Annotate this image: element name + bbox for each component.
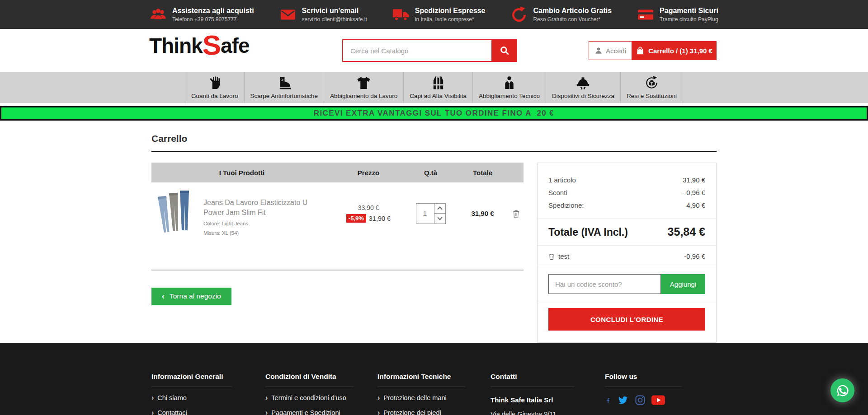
topbar-item-shipping[interactable]: Spedizioni Espresse in Italia, Isole com…: [392, 6, 486, 23]
page: Assistenza agli acquisti Telefono +39 07…: [0, 0, 868, 415]
cart-table-header: I Tuoi Prodotti Prezzo Q.tà Totale: [151, 163, 524, 182]
quantity-decrease-button[interactable]: [434, 213, 445, 224]
topbar-item-text: Cambio Articolo Gratis Reso Gratuito con…: [533, 6, 612, 22]
user-icon: [594, 47, 603, 55]
promo-banner[interactable]: RICEVI EXTRA VANTAGGI SUL TUO ORDINE FIN…: [0, 106, 868, 121]
summary-divider: [538, 218, 716, 219]
product-image[interactable]: [155, 190, 191, 235]
footer-column-social: Follow us: [605, 373, 682, 406]
chevron-right-icon: ›: [151, 409, 154, 415]
site-logo[interactable]: ThinkSafe: [149, 33, 250, 58]
nav-item-resi[interactable]: Resi e Sostituzioni: [621, 72, 683, 103]
nav-item-scarpe[interactable]: Scarpe Antinfortunistiche: [245, 72, 324, 103]
footer-link-protezione-mani[interactable]: ›Protezione delle mani: [377, 394, 465, 402]
cart-label: Carrello / (1) 31,90 €: [648, 47, 712, 55]
nav-item-guanti[interactable]: Guanti da Lavoro: [185, 72, 245, 103]
topbar-item-title: Cambio Articolo Gratis: [533, 6, 612, 15]
summary-row-discounts: Sconti - 0,96 €: [548, 187, 705, 199]
topbar-item-text: Scrivici un'email servizio.clienti@think…: [302, 6, 367, 22]
coupon-input[interactable]: [548, 274, 661, 294]
footer-column-general: Informazioni Generali ›Chi siamo ›Contat…: [151, 373, 232, 415]
quantity-input[interactable]: [416, 204, 434, 224]
discount-badge: -5,9%: [346, 214, 366, 223]
return-arrow-icon: [510, 6, 528, 23]
topbar-item-assistance[interactable]: Assistenza agli acquisti Telefono +39 07…: [150, 6, 254, 23]
footer-link-pagamenti[interactable]: ›Pagamenti e Spedizioni: [265, 409, 354, 415]
safety-boot-icon: [277, 75, 292, 90]
remove-voucher-button[interactable]: [548, 253, 558, 260]
summary-row-shipping: Spedizione: 4,90 €: [548, 199, 705, 212]
topbar-item-subtitle: Tramite circuito PayPlug: [660, 16, 718, 23]
footer-link-termini[interactable]: ›Termini e condizioni d'uso: [265, 394, 354, 402]
facebook-icon[interactable]: [605, 395, 611, 406]
nav-item-label: Abbigliamento da Lavoro: [330, 93, 397, 99]
search-button[interactable]: [491, 39, 517, 62]
topbar-item-returns[interactable]: Cambio Articolo Gratis Reso Gratuito con…: [510, 6, 612, 23]
shopping-bag-icon: [636, 46, 644, 55]
nav-item-abbigliamento-lavoro[interactable]: Abbigliamento da Lavoro: [324, 72, 404, 103]
product-info: Jeans Da Lavoro Elasticizzato U Power Ja…: [203, 190, 316, 237]
topbar-item-payments[interactable]: Pagamenti Sicuri Tramite circuito PayPlu…: [637, 6, 718, 23]
cart-item-total: 31,90 €: [457, 210, 509, 217]
product-name-link[interactable]: Jeans Da Lavoro Elasticizzato U Power Ja…: [203, 198, 316, 218]
quantity-buttons: [434, 204, 445, 224]
main-navigation: Guanti da Lavoro Scarpe Antinfortunistic…: [0, 72, 868, 103]
quantity-increase-button[interactable]: [434, 204, 445, 214]
nav-item-label: Scarpe Antinfortunistiche: [250, 93, 318, 99]
returns-box-icon: [644, 75, 659, 90]
footer-link-chi-siamo[interactable]: ›Chi siamo: [151, 394, 232, 402]
email-icon: [279, 6, 297, 23]
coupon-row: Aggiungi: [548, 274, 705, 294]
product-price: 31,90 €: [369, 215, 391, 222]
chevron-right-icon: ›: [377, 394, 380, 402]
voucher-row: test -0,96 €: [548, 252, 705, 260]
cart-layout: I Tuoi Prodotti Prezzo Q.tà Totale: [151, 163, 717, 343]
cart-products: I Tuoi Prodotti Prezzo Q.tà Totale: [151, 163, 524, 305]
back-to-shop-button[interactable]: ‹ Torna al negozio: [151, 288, 231, 305]
youtube-icon[interactable]: [651, 395, 665, 406]
topbar-item-text: Spedizioni Espresse in Italia, Isole com…: [415, 6, 486, 22]
topbar-item-subtitle: servizio.clienti@thinksafe.it: [302, 16, 367, 23]
topbar-item-title: Scrivici un'email: [302, 6, 367, 15]
checkout-button[interactable]: CONCLUDI L'ORDINE: [548, 308, 705, 331]
twitter-icon[interactable]: [617, 395, 629, 406]
chevron-right-icon: ›: [377, 409, 380, 415]
promo-banner-text: RICEVI EXTRA VANTAGGI SUL TUO ORDINE FIN…: [314, 109, 554, 118]
footer-column-technical: Informazioni Tecniche ›Protezione delle …: [377, 373, 465, 415]
nav-item-alta-visibilita[interactable]: Capi ad Alta Visibilità: [404, 72, 473, 103]
footer-link-contattaci[interactable]: ›Contattaci: [151, 409, 232, 415]
logo-text: Think: [149, 34, 203, 57]
topbar: Assistenza agli acquisti Telefono +39 07…: [0, 0, 868, 29]
cart-item-row: Jeans Da Lavoro Elasticizzato U Power Ja…: [151, 182, 524, 243]
nav-item-label: Abbigliamento Tecnico: [479, 93, 540, 99]
summary-value: 4,90 €: [686, 199, 705, 212]
topbar-item-text: Assistenza agli acquisti Telefono +39 07…: [172, 6, 254, 22]
cart-button[interactable]: Carrello / (1) 31,90 €: [632, 41, 717, 60]
add-coupon-button[interactable]: Aggiungi: [661, 274, 705, 294]
footer-link-protezione-piedi[interactable]: ›Protezione dei piedi: [377, 409, 465, 415]
footer-link-label: Protezione dei piedi: [383, 409, 441, 415]
nav-item-dispositivi-sicurezza[interactable]: Dispositivi di Sicurezza: [546, 72, 621, 103]
cart-item-price-cell: 33,90 € -5,9% 31,90 €: [332, 204, 405, 223]
technical-jacket-icon: [502, 75, 517, 90]
login-button[interactable]: Accedi: [589, 41, 632, 60]
trash-icon: [512, 209, 520, 218]
topbar-item-email[interactable]: Scrivici un'email servizio.clienti@think…: [279, 6, 367, 23]
total-label: Totale (IVA Incl.): [548, 226, 628, 238]
chevron-right-icon: ›: [265, 409, 268, 415]
footer-link-label: Termini e condizioni d'uso: [271, 394, 346, 401]
nav-item-abbigliamento-tecnico[interactable]: Abbigliamento Tecnico: [473, 72, 546, 103]
footer-link-label: Contattaci: [157, 409, 187, 415]
cart-item-qty-cell: [405, 203, 457, 224]
cart-summary: 1 articolo 31,90 € Sconti - 0,96 € Spedi…: [537, 163, 717, 343]
search-input[interactable]: [342, 39, 491, 62]
footer-link-label: Pagamenti e Spedizioni: [271, 409, 340, 415]
whatsapp-chat-button[interactable]: [830, 378, 854, 402]
instagram-icon[interactable]: [635, 395, 646, 406]
footer-heading: Informazioni Tecniche: [377, 373, 465, 387]
column-header-products: I Tuoi Prodotti: [151, 169, 332, 177]
topbar-item-title: Pagamenti Sicuri: [660, 6, 718, 15]
page-title: Carrello: [151, 133, 717, 144]
footer-heading: Condizioni di Vendita: [265, 373, 354, 387]
remove-item-button[interactable]: [509, 209, 524, 218]
